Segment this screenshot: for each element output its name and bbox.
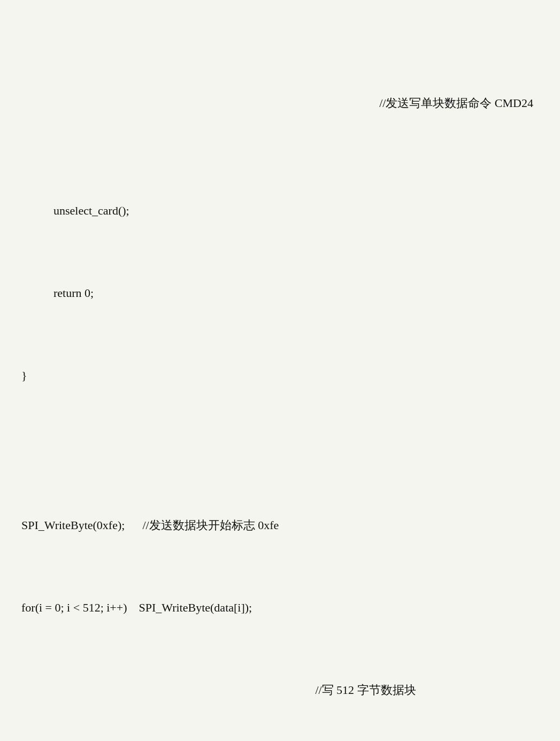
code-unselect-card-1: unselect_card(); — [53, 201, 129, 221]
line-comment-512: //写 512 字节数据块 — [21, 680, 539, 701]
top-comment-text: //发送写单块数据命令 CMD24 — [379, 96, 533, 110]
line-return-0-1: return 0; — [21, 283, 539, 304]
top-comment-line: //发送写单块数据命令 CMD24 — [21, 73, 539, 135]
line-for-512: for(i = 0; i < 512; i++) SPI_WriteByte(d… — [21, 598, 539, 618]
comment-0xfe: //发送数据块开始标志 0xfe — [142, 515, 279, 536]
code-close-brace-1: } — [21, 365, 27, 386]
comment-512-bytes: //写 512 字节数据块 — [315, 680, 416, 701]
line-spi-write-0xfe: SPI_WriteByte(0xfe); //发送数据块开始标志 0xfe — [21, 515, 539, 536]
code-block: //发送写单块数据命令 CMD24 unselect_card(); retur… — [21, 11, 539, 741]
line-close-brace-1: } — [21, 365, 539, 386]
code-spi-write-0xfe: SPI_WriteByte(0xfe); — [21, 515, 142, 536]
code-for-512: for(i = 0; i < 512; i++) SPI_WriteByte(d… — [21, 598, 252, 618]
line-unselect-card-1: unselect_card(); — [21, 201, 539, 221]
code-return-0-1: return 0; — [53, 283, 94, 304]
